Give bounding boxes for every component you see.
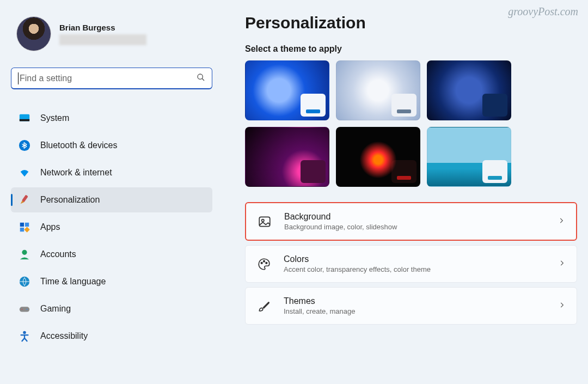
setting-title: Background xyxy=(284,212,546,222)
system-icon xyxy=(19,112,30,124)
theme-preview xyxy=(301,160,326,183)
text-caret xyxy=(18,72,19,84)
svg-point-4 xyxy=(19,140,30,151)
svg-point-17 xyxy=(262,219,264,221)
nav-label: Accounts xyxy=(40,249,76,259)
globe-clock-icon xyxy=(19,276,30,288)
nav-label: Personalization xyxy=(40,195,100,205)
apps-icon xyxy=(19,221,30,233)
nav-label: Bluetooth & devices xyxy=(40,141,117,150)
theme-preview xyxy=(482,94,507,117)
setting-background[interactable]: Background Background image, color, slid… xyxy=(245,202,577,241)
chevron-right-icon xyxy=(558,259,566,269)
profile-email-redacted xyxy=(59,34,146,45)
theme-preview xyxy=(391,94,416,117)
svg-point-18 xyxy=(261,262,262,264)
svg-rect-3 xyxy=(20,119,29,121)
setting-themes[interactable]: Themes Install, create, manage xyxy=(245,287,577,325)
svg-point-0 xyxy=(198,74,203,79)
chevron-right-icon xyxy=(558,301,566,311)
svg-point-19 xyxy=(264,260,265,262)
paintbrush-icon xyxy=(19,194,30,206)
svg-rect-12 xyxy=(20,307,29,312)
bluetooth-icon xyxy=(19,139,30,151)
svg-rect-7 xyxy=(25,223,29,227)
theme-tile-5[interactable] xyxy=(336,127,420,187)
svg-point-15 xyxy=(23,331,26,334)
setting-desc: Background image, color, slideshow xyxy=(284,223,546,231)
chevron-right-icon xyxy=(558,217,565,227)
svg-point-14 xyxy=(27,309,28,310)
nav-label: System xyxy=(40,113,69,123)
svg-line-1 xyxy=(202,78,204,81)
setting-colors[interactable]: Colors Accent color, transparency effect… xyxy=(245,245,577,283)
palette-icon xyxy=(256,257,272,272)
search-input[interactable] xyxy=(20,74,197,83)
theme-tile-3[interactable] xyxy=(427,60,511,120)
nav-apps[interactable]: Apps xyxy=(11,215,212,240)
svg-rect-5 xyxy=(22,194,28,202)
nav-bluetooth[interactable]: Bluetooth & devices xyxy=(11,133,212,158)
svg-point-13 xyxy=(22,309,23,310)
nav-accounts[interactable]: Accounts xyxy=(11,242,212,267)
theme-tile-1[interactable] xyxy=(245,60,329,120)
nav-label: Network & internet xyxy=(40,168,112,178)
setting-title: Themes xyxy=(284,296,546,306)
wifi-icon xyxy=(19,167,30,179)
svg-rect-16 xyxy=(259,217,270,226)
nav-label: Time & language xyxy=(40,277,106,287)
themes-grid xyxy=(245,60,577,187)
gamepad-icon xyxy=(19,303,30,315)
person-icon xyxy=(19,248,30,260)
theme-tile-2[interactable] xyxy=(336,60,420,120)
main-content: Personalization Select a theme to apply … xyxy=(223,0,588,384)
svg-point-10 xyxy=(22,250,27,255)
svg-rect-9 xyxy=(24,227,29,232)
nav-network[interactable]: Network & internet xyxy=(11,160,212,185)
theme-tile-6[interactable] xyxy=(427,127,511,187)
sidebar: Brian Burgess System Bluetooth xyxy=(0,0,223,384)
avatar[interactable] xyxy=(16,16,51,51)
nav-gaming[interactable]: Gaming xyxy=(11,296,212,321)
theme-preview xyxy=(391,160,416,183)
nav-system[interactable]: System xyxy=(11,106,212,131)
profile-name: Brian Burgess xyxy=(59,23,146,32)
svg-rect-8 xyxy=(20,228,24,231)
setting-title: Colors xyxy=(284,254,546,264)
nav-list: System Bluetooth & devices Network & int… xyxy=(11,106,212,349)
page-title: Personalization xyxy=(245,14,577,32)
brush-icon xyxy=(256,298,272,314)
setting-desc: Install, create, manage xyxy=(284,307,546,315)
theme-tile-4[interactable] xyxy=(245,127,329,187)
nav-accessibility[interactable]: Accessibility xyxy=(11,324,212,349)
nav-personalization[interactable]: Personalization xyxy=(11,187,212,212)
search-box[interactable] xyxy=(11,68,212,89)
nav-label: Accessibility xyxy=(40,331,88,341)
theme-preview xyxy=(482,160,507,183)
svg-point-20 xyxy=(266,262,267,264)
theme-preview xyxy=(301,94,326,117)
search-icon[interactable] xyxy=(197,73,205,84)
nav-label: Apps xyxy=(40,222,60,232)
profile-block[interactable]: Brian Burgess xyxy=(16,16,212,51)
svg-rect-6 xyxy=(20,223,24,227)
nav-label: Gaming xyxy=(40,304,71,314)
select-theme-label: Select a theme to apply xyxy=(245,44,577,54)
setting-desc: Accent color, transparency effects, colo… xyxy=(284,265,546,273)
nav-time-language[interactable]: Time & language xyxy=(11,269,212,294)
accessibility-icon xyxy=(19,330,30,342)
image-icon xyxy=(257,214,272,229)
